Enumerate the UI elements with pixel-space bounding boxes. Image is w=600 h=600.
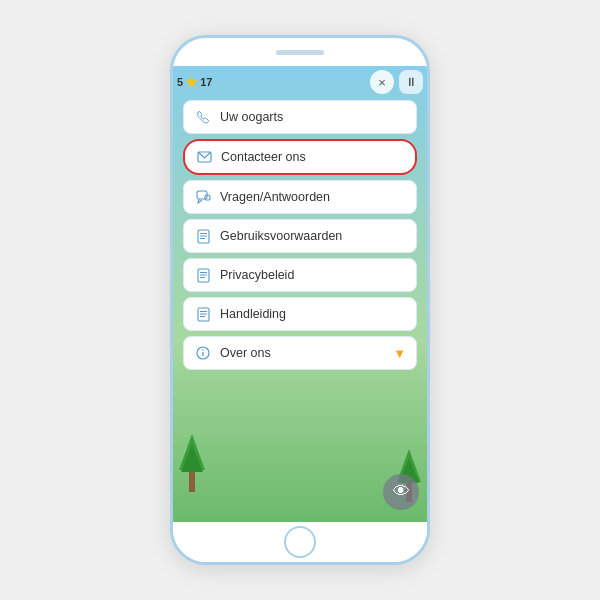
hud-buttons: × ⏸ bbox=[370, 70, 423, 94]
menu-label-vragen: Vragen/Antwoorden bbox=[220, 190, 406, 204]
menu-label-contacteer: Contacteer ons bbox=[221, 150, 405, 164]
eye-button[interactable]: 👁 bbox=[383, 474, 419, 510]
info-icon bbox=[194, 344, 212, 362]
menu-item-contacteer[interactable]: Contacteer ons bbox=[183, 139, 417, 175]
menu-item-oogarts[interactable]: Uw oogarts bbox=[183, 100, 417, 134]
pause-game-button[interactable]: ⏸ bbox=[399, 70, 423, 94]
arrow-down-icon: ▼ bbox=[393, 346, 406, 361]
phone-icon bbox=[194, 108, 212, 126]
menu-overlay: Uw oogarts Contacteer ons Vragen/Antwoor… bbox=[183, 100, 417, 370]
menu-item-vragen[interactable]: Vragen/Antwoorden bbox=[183, 180, 417, 214]
menu-item-over-ons[interactable]: Over ons ▼ bbox=[183, 336, 417, 370]
svg-point-23 bbox=[202, 349, 203, 350]
menu-label-privacybeleid: Privacybeleid bbox=[220, 268, 406, 282]
menu-label-handleiding: Handleiding bbox=[220, 307, 406, 321]
menu-label-gebruiksvoorwaarden: Gebruiksvoorwaarden bbox=[220, 229, 406, 243]
menu-item-gebruiksvoorwaarden[interactable]: Gebruiksvoorwaarden bbox=[183, 219, 417, 253]
home-button[interactable] bbox=[284, 526, 316, 558]
hud-score: 5 ★ 17 bbox=[177, 74, 212, 90]
phone-speaker bbox=[276, 50, 324, 55]
doc-privacy-icon bbox=[194, 266, 212, 284]
doc-gebruiks-icon bbox=[194, 227, 212, 245]
menu-item-privacybeleid[interactable]: Privacybeleid bbox=[183, 258, 417, 292]
phone-bottom-bar bbox=[173, 522, 427, 562]
menu-label-over-ons: Over ons bbox=[220, 346, 385, 360]
game-hud: 5 ★ 17 × ⏸ bbox=[177, 70, 423, 94]
tree-left-icon bbox=[177, 432, 207, 492]
star-icon: ★ bbox=[185, 74, 198, 90]
pause-icon: ⏸ bbox=[405, 75, 417, 89]
phone-frame: 5 ★ 17 × ⏸ Uw oogarts bbox=[170, 35, 430, 565]
phone-screen: 5 ★ 17 × ⏸ Uw oogarts bbox=[173, 66, 427, 522]
score2: 17 bbox=[200, 76, 212, 88]
eye-icon: 👁 bbox=[393, 482, 410, 502]
mail-icon bbox=[195, 148, 213, 166]
score1: 5 bbox=[177, 76, 183, 88]
menu-label-oogarts: Uw oogarts bbox=[220, 110, 406, 124]
phone-top-bar bbox=[173, 38, 427, 66]
close-icon: × bbox=[378, 75, 386, 90]
qa-icon bbox=[194, 188, 212, 206]
doc-handleiding-icon bbox=[194, 305, 212, 323]
menu-item-handleiding[interactable]: Handleiding bbox=[183, 297, 417, 331]
close-game-button[interactable]: × bbox=[370, 70, 394, 94]
